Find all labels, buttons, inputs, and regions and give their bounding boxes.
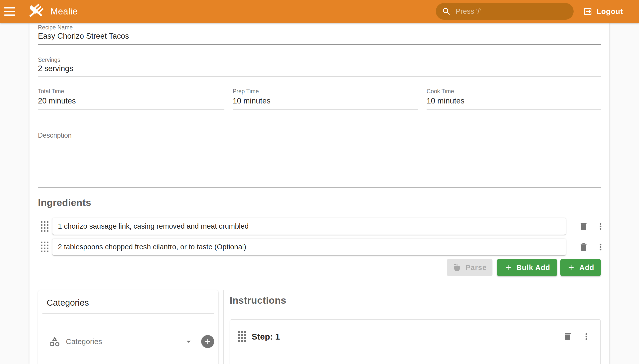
ingredient-input[interactable]	[52, 243, 566, 251]
trash-icon	[579, 242, 589, 252]
ingredient-menu-button[interactable]	[594, 240, 607, 254]
trash-icon	[563, 332, 573, 342]
prep-time-input[interactable]	[233, 96, 418, 109]
mealie-recipe-editor: Mealie Logout Recipe Name Servings	[0, 0, 639, 364]
ingredient-input-card	[52, 218, 566, 234]
step-header: Step: 1	[238, 330, 593, 343]
logout-button[interactable]: Logout	[583, 7, 623, 16]
recipe-name-label: Recipe Name	[38, 24, 73, 31]
cook-time-input[interactable]	[427, 96, 601, 109]
app-title: Mealie	[50, 6, 78, 17]
ingredient-menu-button[interactable]	[594, 220, 607, 233]
shapes-icon	[49, 336, 60, 347]
kebab-menu-icon	[595, 222, 605, 231]
plus-icon	[203, 337, 212, 346]
divider	[43, 314, 214, 314]
bulk-add-button[interactable]: Bulk Add	[497, 259, 557, 276]
select-underline	[43, 356, 194, 356]
total-time-input[interactable]	[38, 96, 225, 109]
ingredient-input[interactable]	[52, 222, 566, 230]
ingredient-row	[38, 218, 601, 234]
add-ingredient-button[interactable]: Add	[560, 259, 601, 276]
drag-handle-icon[interactable]	[238, 331, 246, 342]
categories-card: Categories Categories	[38, 290, 219, 364]
step-title: Step: 1	[252, 332, 561, 342]
hamburger-icon	[4, 7, 15, 16]
apple-icon	[453, 263, 462, 272]
ingredient-input-card	[52, 238, 566, 255]
logout-icon	[583, 7, 593, 16]
kebab-menu-icon	[595, 242, 605, 252]
add-label: Add	[579, 264, 594, 272]
step-menu-button[interactable]	[580, 330, 593, 343]
fork-knife-crossed-icon	[27, 2, 45, 20]
delete-ingredient-button[interactable]	[577, 220, 590, 233]
column-divider	[224, 290, 224, 364]
kebab-menu-icon	[581, 332, 591, 342]
description-label: Description	[38, 132, 72, 139]
servings-input[interactable]	[38, 64, 601, 76]
parse-button[interactable]: Parse	[447, 259, 493, 276]
instructions-heading: Instructions	[230, 295, 286, 306]
plus-icon	[567, 263, 575, 272]
delete-step-button[interactable]	[561, 330, 574, 343]
description-textarea[interactable]	[38, 140, 601, 188]
cook-time-label: Cook Time	[427, 88, 601, 95]
prep-time-label: Prep Time	[233, 88, 418, 95]
search-icon	[442, 7, 451, 16]
categories-select[interactable]: Categories	[49, 334, 214, 348]
add-category-button[interactable]	[201, 335, 214, 348]
chevron-down-icon[interactable]	[184, 336, 194, 346]
recipe-edit-card: Recipe Name Servings Total Time Prep Tim…	[30, 23, 609, 364]
logout-label: Logout	[596, 7, 623, 16]
drag-handle-icon[interactable]	[41, 242, 48, 252]
servings-label: Servings	[38, 56, 60, 64]
menu-button[interactable]	[0, 0, 20, 23]
recipe-name-input[interactable]	[38, 32, 601, 44]
categories-title: Categories	[47, 298, 89, 308]
total-time-label: Total Time	[38, 88, 225, 95]
search-box[interactable]	[436, 3, 574, 20]
instruction-step-card: Step: 1 Combine crumbled chorizo and chi…	[230, 319, 601, 364]
plus-icon	[504, 263, 512, 272]
trash-icon	[579, 222, 589, 231]
app-logo[interactable]	[27, 2, 45, 20]
drag-handle-icon[interactable]	[41, 221, 48, 232]
app-header: Mealie Logout	[0, 0, 639, 23]
parse-label: Parse	[466, 264, 487, 272]
bulk-add-label: Bulk Add	[516, 264, 550, 272]
categories-select-label: Categories	[66, 337, 184, 346]
delete-ingredient-button[interactable]	[577, 240, 590, 254]
ingredients-heading: Ingredients	[38, 197, 91, 208]
search-input[interactable]	[456, 7, 568, 16]
ingredient-row	[38, 238, 601, 255]
